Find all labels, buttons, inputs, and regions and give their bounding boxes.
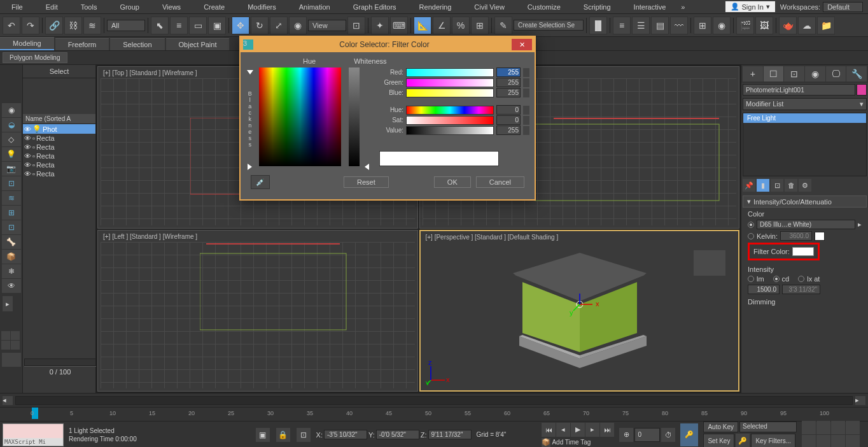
named-selection-dropdown[interactable]: Create Selection Se [514, 20, 584, 31]
vp-layout-4[interactable] [11, 341, 20, 350]
modifier-list-dropdown[interactable]: Modifier List▾ [743, 98, 867, 110]
select-by-name-button[interactable]: ≡ [170, 17, 188, 34]
tab-selection[interactable]: Selection [110, 38, 164, 50]
scene-item-rect4[interactable]: 👁▫Recta [23, 160, 95, 169]
create-tab-icon[interactable]: + [743, 66, 763, 82]
zoom-all-icon[interactable] [816, 420, 830, 434]
menu-rendering[interactable]: Rendering [408, 3, 463, 11]
sign-in-button[interactable]: 👤 Sign In ▾ [725, 1, 775, 12]
render-setup-button[interactable]: 🎬 [736, 17, 754, 34]
schematic-button[interactable]: ⊞ [694, 17, 711, 34]
kelvin-input[interactable] [780, 231, 812, 241]
menu-file[interactable]: File [0, 3, 34, 11]
placement-button[interactable]: ◉ [289, 17, 307, 34]
menu-animation[interactable]: Animation [288, 3, 342, 11]
viewport-left[interactable]: [+] [Left ] [Standard ] [Wireframe ] [97, 230, 418, 392]
green-spinner[interactable] [523, 78, 529, 87]
maximize-viewport-icon[interactable] [846, 435, 860, 447]
time-slider[interactable] [15, 396, 853, 405]
scene-scrollbar[interactable] [24, 358, 96, 366]
workspace-dropdown[interactable]: Default [823, 2, 863, 12]
open-autodesk-button[interactable]: 📁 [817, 17, 835, 34]
make-unique-icon[interactable]: ⊡ [771, 179, 783, 192]
motion-tab-icon[interactable]: ◉ [805, 66, 825, 82]
blue-slider[interactable] [406, 89, 494, 97]
toggle-ribbon-button[interactable]: ▤ [651, 17, 669, 34]
key-filters-button[interactable]: Key Filters... [751, 434, 795, 447]
viewcube[interactable] [694, 250, 725, 276]
dialog-titlebar[interactable]: 3 Color Selector: Filter Color ✕ [241, 37, 535, 52]
whiteness-marker[interactable] [365, 164, 369, 170]
y-coord-input[interactable] [376, 430, 419, 439]
menu-customize[interactable]: Customize [516, 3, 572, 11]
menu-edit[interactable]: Edit [34, 3, 69, 11]
pin-stack-icon[interactable]: 📌 [743, 179, 755, 192]
scene-list-header[interactable]: Name (Sorted A [23, 114, 95, 124]
blue-spinner[interactable] [523, 89, 529, 97]
display-helpers-icon[interactable]: ⊡ [2, 176, 21, 190]
scene-item-rect5[interactable]: 👁▫Recta [23, 169, 95, 178]
key-filter-dropdown[interactable]: Selected [739, 422, 797, 432]
lm-radio[interactable] [748, 276, 754, 282]
manipulate-button[interactable]: ✦ [371, 17, 389, 34]
hue-spinner[interactable] [523, 106, 529, 115]
menu-scripting[interactable]: Scripting [572, 3, 622, 11]
vp-layout-2[interactable] [11, 331, 20, 340]
edit-named-sel-button[interactable]: ✎ [494, 17, 512, 34]
keyboard-shortcut-button[interactable]: ⌨ [390, 17, 408, 34]
tab-object-paint[interactable]: Object Paint [166, 38, 230, 50]
material-editor-button[interactable]: ◉ [713, 17, 731, 34]
green-slider[interactable] [406, 78, 494, 87]
window-crossing-button[interactable]: ▣ [208, 17, 226, 34]
hue-saturation-picker[interactable] [259, 67, 341, 166]
orbit-icon[interactable] [831, 435, 845, 447]
key-icon[interactable]: 🔑 [736, 434, 750, 447]
zoom-extents-all-icon[interactable] [846, 420, 860, 434]
menu-create[interactable]: Create [192, 3, 236, 11]
link-button[interactable]: 🔗 [45, 17, 63, 34]
configure-sets-icon[interactable]: ⚙ [799, 179, 811, 192]
display-xrefs-icon[interactable]: ⊡ [2, 220, 21, 234]
rotate-button[interactable]: ↻ [251, 17, 269, 34]
sat-spinner[interactable] [523, 116, 529, 125]
scale-button[interactable]: ⤢ [270, 17, 288, 34]
blue-input[interactable] [496, 88, 521, 97]
display-spacewarps-icon[interactable]: ≋ [2, 191, 21, 205]
selection-lock-icon[interactable]: ⊡ [296, 427, 311, 443]
prev-frame-icon[interactable]: ◂ [556, 423, 570, 437]
lxat-radio[interactable] [798, 276, 804, 282]
stack-item-free-light[interactable]: Free Light [743, 113, 866, 123]
redo-button[interactable]: ↷ [22, 17, 39, 34]
hue-input[interactable] [496, 105, 521, 115]
scene-item-light[interactable]: 👁💡Phot [23, 124, 95, 134]
display-cameras-icon[interactable]: 📷 [2, 162, 21, 176]
bind-button[interactable]: ≋ [83, 17, 101, 34]
angle-snap-button[interactable]: ∠ [433, 17, 451, 34]
play-icon[interactable]: ▶ [571, 423, 585, 437]
vp-layout-1[interactable] [1, 331, 10, 340]
filter-color-swatch[interactable] [792, 247, 814, 256]
time-slider-right[interactable]: ▸ [855, 396, 865, 405]
set-key-big-icon[interactable]: 🔑 [680, 423, 698, 446]
layer-button[interactable]: ☰ [632, 17, 650, 34]
z-coord-input[interactable] [428, 430, 472, 439]
align-button[interactable]: ≡ [613, 17, 631, 34]
tab-freeform[interactable]: Freeform [55, 38, 109, 50]
display-tab-icon[interactable]: 🖵 [826, 66, 846, 82]
reset-button[interactable]: Reset [344, 176, 389, 188]
intensity-value-input[interactable] [748, 285, 780, 294]
green-input[interactable] [496, 78, 521, 87]
show-end-result-icon[interactable]: ▮ [757, 179, 769, 192]
zoom-icon[interactable] [802, 420, 816, 434]
add-time-tag[interactable]: Add Time Tag [552, 439, 591, 446]
maxscript-listener[interactable]: MAXScript Mi [3, 423, 64, 446]
goto-start-icon[interactable]: ⏮ [542, 423, 556, 437]
red-spinner[interactable] [523, 68, 529, 77]
vp-layout-3[interactable] [1, 341, 10, 350]
display-containers-icon[interactable]: 📦 [2, 250, 21, 264]
render-frame-button[interactable]: 🖼 [755, 17, 773, 34]
display-geometry-icon[interactable]: ◒ [2, 118, 21, 132]
select-object-button[interactable]: ⬉ [151, 17, 169, 34]
sat-input[interactable] [496, 115, 521, 125]
time-slider-left[interactable]: ◂ [3, 396, 13, 405]
